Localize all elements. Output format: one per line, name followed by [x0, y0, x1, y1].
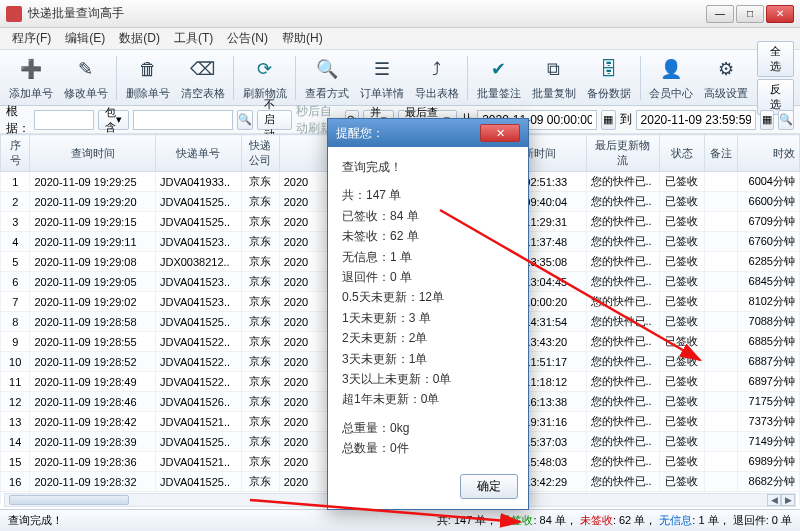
cell: 8 [1, 312, 30, 332]
toolbar-icon: 🗑 [133, 54, 163, 84]
toolbar-高级设置[interactable]: ⚙高级设置 [702, 52, 751, 103]
cell: 8102分钟 [738, 292, 800, 312]
toolbar-修改单号[interactable]: ✎修改单号 [61, 52, 110, 103]
cell: 京东 [241, 232, 279, 252]
dialog-line: 已签收：84 单 [342, 206, 514, 226]
cell: 3 [1, 212, 30, 232]
menubar: 程序(F)编辑(E)数据(D)工具(T)公告(N)帮助(H) [0, 28, 800, 50]
toolbar-label: 高级设置 [704, 86, 748, 101]
cell: JDVA041521.. [155, 412, 241, 432]
date-from-picker[interactable]: ▦ [601, 110, 615, 130]
cell: 2020-11-09 19:28:58 [30, 312, 156, 332]
cell [704, 452, 738, 472]
cell: 6885分钟 [738, 332, 800, 352]
cell: 2 [1, 192, 30, 212]
dialog-ok-button[interactable]: 确定 [460, 474, 518, 499]
toolbar-订单详情[interactable]: ☰订单详情 [357, 52, 406, 103]
dialog-close-button[interactable]: ✕ [480, 124, 520, 142]
toolbar-导出表格[interactable]: ⤴导出表格 [412, 52, 461, 103]
cell: 2020-11-09 19:28:32 [30, 472, 156, 492]
toolbar-icon: 🗄 [594, 54, 624, 84]
cell: 2020-11-09 19:29:15 [30, 212, 156, 232]
minimize-button[interactable]: — [706, 5, 734, 23]
toolbar-icon: ⤴ [422, 54, 452, 84]
filter-value-input[interactable] [133, 110, 233, 130]
toolbar-删除单号[interactable]: 🗑删除单号 [123, 52, 172, 103]
menu-item[interactable]: 帮助(H) [276, 28, 329, 49]
app-icon [6, 6, 22, 22]
cell: 京东 [241, 392, 279, 412]
cell [704, 372, 738, 392]
date-to-input[interactable] [636, 110, 756, 130]
cell: JDVA041522.. [155, 332, 241, 352]
toolbar-查看方式[interactable]: 🔍查看方式 [302, 52, 351, 103]
toolbar-label: 添加单号 [9, 86, 53, 101]
cell: 2020-11-09 19:28:36 [30, 452, 156, 472]
close-button[interactable]: ✕ [766, 5, 794, 23]
column-header[interactable]: 序号 [1, 135, 30, 172]
cell: 2020-11-09 19:29:02 [30, 292, 156, 312]
cell: 7 [1, 292, 30, 312]
date-to-picker[interactable]: ▦ [760, 110, 774, 130]
dialog-header[interactable]: 提醒您： ✕ [328, 119, 528, 147]
cell: 已签收 [659, 432, 704, 452]
toolbar-批量复制[interactable]: ⧉批量复制 [529, 52, 578, 103]
scroll-thumb[interactable] [9, 495, 129, 505]
toolbar-label: 会员中心 [649, 86, 693, 101]
cell: 您的快件已.. [586, 432, 659, 452]
column-header[interactable]: 查询时间 [30, 135, 156, 172]
filter-field-select[interactable] [34, 110, 94, 130]
filter-go-button[interactable]: 🔍 [778, 110, 794, 130]
menu-item[interactable]: 程序(F) [6, 28, 57, 49]
cell: 已签收 [659, 312, 704, 332]
cell: 6760分钟 [738, 232, 800, 252]
cell: 已签收 [659, 272, 704, 292]
autostart-toggle[interactable]: 不启动 [257, 110, 292, 130]
toolbar-icon: ✔ [484, 54, 514, 84]
toolbar-会员中心[interactable]: 👤会员中心 [647, 52, 696, 103]
column-header[interactable]: 快递单号 [155, 135, 241, 172]
toolbar-label: 查看方式 [305, 86, 349, 101]
scroll-right-button[interactable]: ▶ [781, 494, 795, 506]
cell: 您的快件已.. [586, 412, 659, 432]
menu-item[interactable]: 公告(N) [221, 28, 274, 49]
column-header[interactable]: 快递公司 [241, 135, 279, 172]
menu-item[interactable]: 编辑(E) [59, 28, 111, 49]
cell: JDVA041525.. [155, 312, 241, 332]
cell [704, 392, 738, 412]
toolbar-separator [233, 56, 234, 100]
dialog-body: 查询完成！ 共：147 单已签收：84 单未签收：62 单无信息：1 单退回件：… [328, 147, 528, 468]
cell: 2020-11-09 19:29:20 [30, 192, 156, 212]
toolbar-批量签注[interactable]: ✔批量签注 [474, 52, 523, 103]
cell: JDVA041522.. [155, 352, 241, 372]
dialog-weight: 总重量：0kg [342, 418, 514, 438]
cell [704, 252, 738, 272]
toolbar-清空表格[interactable]: ⌫清空表格 [178, 52, 227, 103]
maximize-button[interactable]: □ [736, 5, 764, 23]
cell: 京东 [241, 292, 279, 312]
scroll-left-button[interactable]: ◀ [767, 494, 781, 506]
column-header[interactable]: 备注 [704, 135, 738, 172]
cell: 2020-11-09 19:28:49 [30, 372, 156, 392]
cell: 您的快件已.. [586, 172, 659, 192]
menu-item[interactable]: 数据(D) [113, 28, 166, 49]
menu-item[interactable]: 工具(T) [168, 28, 219, 49]
column-header[interactable]: 状态 [659, 135, 704, 172]
toolbar-添加单号[interactable]: ➕添加单号 [6, 52, 55, 103]
cell: 6989分钟 [738, 452, 800, 472]
cell: 京东 [241, 192, 279, 212]
cell [704, 432, 738, 452]
cell: 16 [1, 472, 30, 492]
select-all-button[interactable]: 全选 [757, 41, 794, 77]
search-button[interactable]: 🔍 [237, 110, 253, 130]
toolbar-刷新物流[interactable]: ⟳刷新物流 [240, 52, 289, 103]
status-left: 查询完成！ [8, 513, 63, 528]
toolbar-备份数据[interactable]: 🗄备份数据 [585, 52, 634, 103]
cell: 京东 [241, 332, 279, 352]
contain-select[interactable]: 包含 ▾ [98, 110, 129, 130]
column-header[interactable]: 时效 [738, 135, 800, 172]
cell: 您的快件已.. [586, 332, 659, 352]
cell: 2020-11-09 19:28:46 [30, 392, 156, 412]
cell: JDVA041525.. [155, 212, 241, 232]
column-header[interactable]: 最后更新物流 [586, 135, 659, 172]
